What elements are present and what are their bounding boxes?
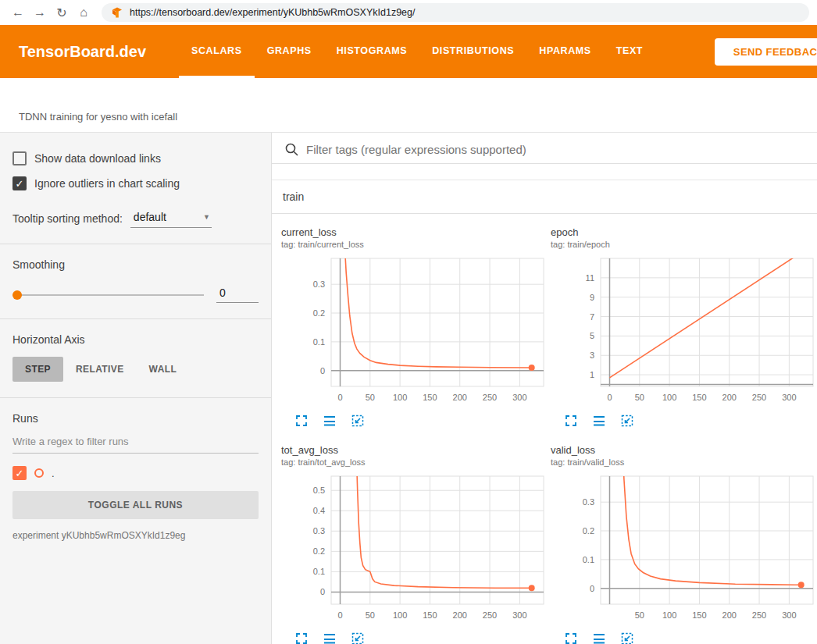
show-download-links-row[interactable]: Show data download links xyxy=(12,151,259,165)
chart-toolbar xyxy=(281,407,547,429)
svg-text:150: 150 xyxy=(423,610,437,620)
run-name: . xyxy=(52,468,55,479)
run-row[interactable]: . xyxy=(12,466,259,480)
line-chart-current-loss[interactable]: 00.10.20.3050100150200250300 xyxy=(281,254,547,407)
svg-text:100: 100 xyxy=(662,393,676,402)
run-checkbox[interactable] xyxy=(12,466,27,480)
chart-title: valid_loss xyxy=(551,444,816,456)
svg-text:0.2: 0.2 xyxy=(583,526,594,535)
smoothing-slider[interactable] xyxy=(12,290,204,301)
svg-text:0.3: 0.3 xyxy=(313,279,325,289)
chart-tag: tag: train/epoch xyxy=(551,240,816,249)
ignore-outliers-checkbox[interactable] xyxy=(12,176,27,190)
tensorboard-favicon xyxy=(111,6,123,19)
slider-thumb[interactable] xyxy=(12,290,22,300)
fit-domain-icon[interactable] xyxy=(619,631,635,644)
expand-chart-icon[interactable] xyxy=(563,413,579,429)
axis-wall-button[interactable]: WALL xyxy=(137,357,190,382)
reload-icon[interactable]: ↻ xyxy=(52,2,72,23)
tab-distributions[interactable]: DISTRIBUTIONS xyxy=(419,25,526,78)
divider xyxy=(0,397,271,398)
show-download-links-checkbox[interactable] xyxy=(12,151,27,165)
svg-text:200: 200 xyxy=(722,610,737,620)
browser-toolbar: ← → ↻ ⌂ https://tensorboard.dev/experime… xyxy=(0,0,817,25)
line-chart-epoch[interactable]: 1357911050100150200250300 xyxy=(551,254,816,407)
nav-tabs: SCALARS GRAPHS HISTOGRAMS DISTRIBUTIONS … xyxy=(179,25,655,78)
line-chart-tot-avg-loss[interactable]: 00.10.20.30.40.5050100150200250300 xyxy=(281,471,547,624)
tag-filter-row xyxy=(272,133,817,164)
tab-scalars[interactable]: SCALARS xyxy=(179,25,255,78)
svg-text:200: 200 xyxy=(453,610,467,620)
experiment-id: experiment yKUbhb5wRmOSXYkId1z9eg xyxy=(12,530,259,541)
fit-domain-icon[interactable] xyxy=(619,413,635,429)
chart-title: current_loss xyxy=(281,226,547,238)
ignore-outliers-row[interactable]: Ignore outliers in chart scaling xyxy=(12,176,259,190)
run-color-swatch xyxy=(34,468,44,478)
svg-text:0: 0 xyxy=(320,366,325,375)
url-text[interactable]: https://tensorboard.dev/experiment/yKUbh… xyxy=(130,7,415,18)
forward-icon[interactable]: → xyxy=(30,2,50,23)
tooltip-sort-select[interactable]: default ▼ xyxy=(130,209,212,228)
expand-chart-icon[interactable] xyxy=(294,631,309,644)
svg-text:150: 150 xyxy=(692,610,706,620)
address-bar[interactable]: https://tensorboard.dev/experiment/yKUbh… xyxy=(102,3,809,22)
send-feedback-button[interactable]: SEND FEEDBACK xyxy=(715,38,817,66)
divider xyxy=(0,244,271,244)
chart-card-current-loss: current_loss tag: train/current_loss 00.… xyxy=(281,226,547,429)
chevron-down-icon: ▼ xyxy=(203,213,210,221)
svg-text:5: 5 xyxy=(590,331,594,340)
brand-logo[interactable]: TensorBoard.dev xyxy=(19,43,146,61)
log-scale-icon[interactable] xyxy=(322,413,337,429)
svg-text:250: 250 xyxy=(752,393,766,402)
svg-text:1: 1 xyxy=(590,370,594,379)
svg-text:50: 50 xyxy=(635,393,644,402)
tag-group-header[interactable]: train xyxy=(272,180,817,214)
svg-text:50: 50 xyxy=(635,610,644,620)
toggle-all-runs-button[interactable]: TOGGLE ALL RUNS xyxy=(12,491,259,519)
svg-text:0: 0 xyxy=(320,587,325,596)
log-scale-icon[interactable] xyxy=(591,413,607,429)
home-icon[interactable]: ⌂ xyxy=(73,2,94,23)
chart-tag: tag: train/current_loss xyxy=(281,240,547,249)
chart-toolbar xyxy=(551,624,816,644)
log-scale-icon[interactable] xyxy=(322,631,337,644)
svg-text:200: 200 xyxy=(722,393,737,402)
chart-card-epoch: epoch tag: train/epoch 13579110501001502… xyxy=(551,226,816,429)
chart-title: tot_avg_loss xyxy=(281,444,547,456)
svg-text:300: 300 xyxy=(512,393,526,402)
tab-text[interactable]: TEXT xyxy=(604,25,655,78)
axis-step-button[interactable]: STEP xyxy=(12,357,63,382)
svg-text:0.4: 0.4 xyxy=(313,506,325,515)
tooltip-sort-label: Tooltip sorting method: xyxy=(12,212,123,225)
svg-text:150: 150 xyxy=(692,393,706,402)
log-scale-icon[interactable] xyxy=(591,631,607,644)
svg-text:7: 7 xyxy=(590,312,594,322)
divider xyxy=(0,318,271,319)
tag-filter-input[interactable] xyxy=(306,143,805,156)
chart-title: epoch xyxy=(551,226,816,238)
runs-filter-input[interactable] xyxy=(12,436,259,454)
tab-graphs[interactable]: GRAPHS xyxy=(255,25,324,78)
back-icon[interactable]: ← xyxy=(8,2,28,23)
svg-text:50: 50 xyxy=(366,610,375,620)
fit-domain-icon[interactable] xyxy=(350,413,366,429)
horizontal-axis-label: Horizontal Axis xyxy=(12,333,259,346)
chart-card-valid-loss: valid_loss tag: train/valid_loss 00.10.2… xyxy=(551,444,816,644)
svg-text:250: 250 xyxy=(483,393,497,402)
svg-text:150: 150 xyxy=(423,393,437,402)
expand-chart-icon[interactable] xyxy=(294,413,309,429)
experiment-description: TDNN training for yesno with icefall xyxy=(0,78,817,133)
smoothing-value-input[interactable]: 0 xyxy=(216,286,259,303)
svg-text:300: 300 xyxy=(512,610,526,620)
line-chart-valid-loss[interactable]: 00.10.20.350100150200250300 xyxy=(551,471,816,624)
svg-text:100: 100 xyxy=(393,393,407,402)
tab-hparams[interactable]: HPARAMS xyxy=(526,25,603,78)
tag-group-card: train current_loss tag: train/current_lo… xyxy=(272,180,817,644)
svg-text:0: 0 xyxy=(337,393,342,402)
expand-chart-icon[interactable] xyxy=(563,631,579,644)
axis-relative-button[interactable]: RELATIVE xyxy=(63,357,137,382)
tab-histograms[interactable]: HISTOGRAMS xyxy=(324,25,420,78)
fit-domain-icon[interactable] xyxy=(350,631,366,644)
svg-text:250: 250 xyxy=(752,610,766,620)
smoothing-label: Smoothing xyxy=(12,258,259,271)
